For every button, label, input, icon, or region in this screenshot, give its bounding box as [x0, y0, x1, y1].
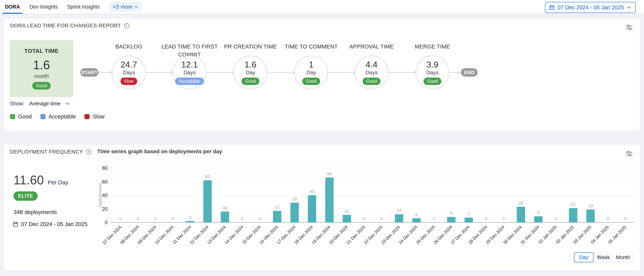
chart-title: Time series graph based on deployments p… [97, 149, 222, 155]
granularity-day-button[interactable]: Day [574, 252, 594, 262]
x-tick-label: 05 Jan 2025 [607, 225, 627, 245]
x-tick-label: 13 Dec 2024 [206, 225, 227, 245]
stage-value: 1 [309, 60, 314, 69]
date-range-label: 07 Dec 2024 - 05 Jan 2025 [558, 4, 624, 11]
bar-value-label: 0 [502, 216, 505, 221]
show-selected-value: Average time [29, 100, 60, 107]
bar-value-label: 0 [555, 216, 557, 221]
stage-circle[interactable]: 4.4 Days Good [355, 56, 388, 89]
deployment-bar[interactable] [221, 212, 229, 222]
bar-value-label: 0 [485, 216, 487, 221]
deployment-bar[interactable] [325, 178, 334, 222]
x-tick-label: 01 Jan 2025 [538, 225, 558, 245]
deployment-bar[interactable] [273, 211, 282, 222]
calendar-icon [13, 221, 18, 227]
bar-value-label: 0 [258, 216, 261, 221]
stage-circle[interactable]: 1.6 Day Good [234, 56, 267, 89]
show-dropdown[interactable]: Show: Average time [10, 100, 70, 107]
chevron-down-icon [626, 5, 632, 10]
deployment-bar[interactable] [412, 218, 421, 222]
dora-dashboard: DORA Dev Insights Sprint Insights +3 mor… [0, 0, 644, 276]
x-tick-label: 24 Dec 2024 [398, 225, 418, 245]
deployment-bar[interactable] [395, 214, 403, 222]
tab-dev-insights[interactable]: Dev Insights [30, 0, 58, 14]
stage-unit: Days [123, 70, 135, 76]
deployment-bar[interactable] [586, 209, 595, 222]
legend-label: Good [18, 113, 32, 120]
deployment-bar[interactable] [204, 180, 212, 222]
x-tick-label: 31 Dec 2024 [520, 225, 540, 245]
stage-label: BACKLOG [96, 43, 161, 51]
legend-label: Acceptable [48, 113, 76, 120]
stage-value: 24.7 [120, 60, 137, 69]
stage-value: 3.9 [426, 60, 438, 69]
x-tick-label: 18 Dec 2024 [293, 225, 314, 245]
stage-circle[interactable]: 3.9 Days Good [416, 56, 449, 89]
deployments-total: 348 deployments [14, 209, 57, 215]
bar-value-label: 16 [222, 205, 227, 210]
deployment-bar[interactable] [517, 207, 525, 222]
flow-arrowhead [350, 70, 355, 75]
x-tick-label: 08 Dec 2024 [119, 225, 140, 245]
tab-sprint-insights[interactable]: Sprint Insights [67, 0, 100, 14]
deployments-bar-chart: 806040200Deployments007 Dec 2024008 Dec … [99, 163, 635, 252]
stage-circle[interactable]: 1 Day Good [294, 56, 328, 89]
x-tick-label: 10 Dec 2024 [154, 225, 174, 245]
y-tick-label: 40 [102, 192, 108, 198]
stage-label: MERGE TIME [400, 43, 465, 51]
granularity-month-button[interactable]: Month [613, 252, 632, 262]
more-tabs-button[interactable]: +3 more [109, 2, 142, 12]
stage-circle[interactable]: 24.7 Days Slow [112, 56, 146, 89]
stage-value: 12.1 [181, 60, 198, 69]
stage-status-badge: Good [242, 78, 260, 85]
stage-value: 4.4 [366, 60, 378, 69]
bar-value-label: 19 [588, 203, 593, 208]
legend-item: Good [10, 113, 32, 120]
rate-unit: Per Day [48, 179, 68, 186]
y-tick-label: 20 [102, 206, 108, 212]
stage-circle[interactable]: 12.1 Days Acceptable [173, 56, 206, 89]
stage-status-badge: Good [362, 78, 380, 85]
legend-item: Acceptable [40, 113, 76, 120]
chevron-down-icon [134, 5, 138, 9]
x-tick-label: 15 Dec 2024 [241, 225, 262, 245]
x-tick-label: 26 Dec 2024 [432, 225, 453, 245]
y-axis-label: Deployments [99, 183, 102, 207]
stage-status-badge: Slow [120, 78, 137, 85]
bar-value-label: 0 [119, 216, 122, 221]
deployment-bar[interactable] [308, 195, 316, 222]
x-tick-label: 04 Jan 2025 [590, 225, 610, 245]
x-tick-label: 12 Dec 2024 [189, 225, 209, 245]
deployment-bar[interactable] [569, 208, 578, 222]
deployment-bar[interactable] [447, 217, 456, 222]
sliders-icon[interactable] [625, 149, 634, 159]
bar-value-label: 0 [137, 216, 139, 221]
deployment-bar[interactable] [186, 221, 194, 222]
date-range-picker[interactable]: 07 Dec 2024 - 05 Jan 2025 [545, 2, 636, 13]
chevron-down-icon [66, 101, 70, 106]
deployment-frequency-card: DEPLOYMENT FREQUENCY i Time series graph… [4, 145, 640, 271]
flow-arrowhead [290, 70, 294, 75]
deployment-bar[interactable] [343, 215, 351, 222]
deployment-bar[interactable] [464, 218, 473, 222]
bar-value-label: 0 [433, 216, 435, 221]
more-tabs-count: +3 [112, 4, 119, 10]
lead-time-card: DORA LEAD TIME FOR CHANGES REPORT i TOTA… [4, 18, 640, 130]
tab-dora[interactable]: DORA [5, 0, 20, 14]
stage-label: PR CREATION TIME [218, 43, 283, 51]
top-tab-bar: DORA Dev Insights Sprint Insights +3 mor… [0, 0, 644, 14]
bar-value-label: 23 [518, 201, 523, 205]
deployment-bar[interactable] [534, 216, 542, 222]
bar-value-label: 11 [344, 209, 349, 214]
x-tick-label: 17 Dec 2024 [276, 225, 296, 245]
x-tick-label: 22 Dec 2024 [363, 225, 384, 245]
bar-value-label: 0 [363, 216, 365, 221]
rate-value: 11.60 [14, 173, 44, 187]
x-tick-label: 23 Dec 2024 [380, 225, 401, 245]
bar-value-label: 2 [189, 215, 191, 220]
bar-value-label: 0 [154, 216, 156, 221]
x-tick-label: 19 Dec 2024 [311, 225, 331, 245]
deployment-bar[interactable] [290, 203, 299, 222]
granularity-week-button[interactable]: Week [594, 252, 613, 262]
info-icon[interactable]: i [86, 150, 91, 155]
